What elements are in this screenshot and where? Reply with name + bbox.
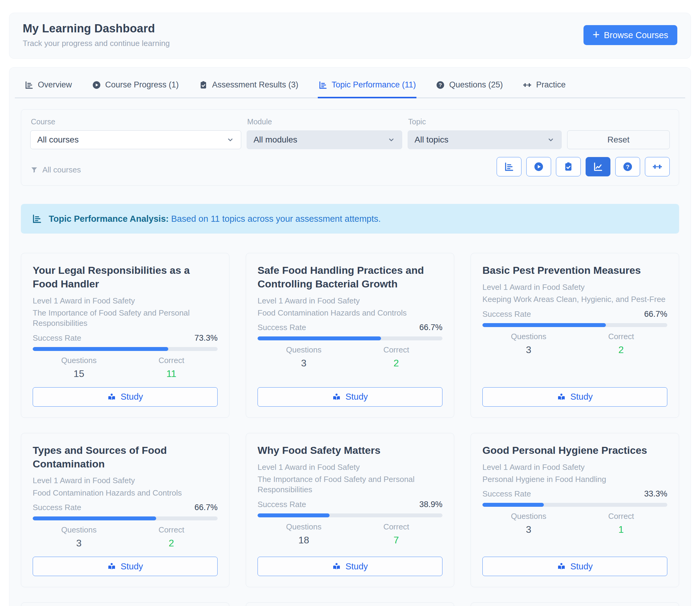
success-rate-value: 33.3% bbox=[644, 489, 667, 498]
topic-card: Your Legal Responsibilities as a Food Ha… bbox=[21, 253, 229, 418]
success-rate-value: 73.3% bbox=[194, 333, 218, 343]
topic-card: Basic Pest Prevention Measures Level 1 A… bbox=[471, 253, 679, 418]
topic-course: Level 1 Award in Food Safety bbox=[33, 296, 218, 306]
question-circle-icon: ? bbox=[623, 162, 633, 172]
book-reader-icon bbox=[557, 392, 566, 401]
module-select[interactable]: All modules bbox=[247, 131, 402, 149]
book-reader-icon bbox=[332, 562, 341, 571]
topic-module: The Importance of Food Safety and Person… bbox=[257, 474, 443, 495]
course-filter-label: Course bbox=[31, 117, 241, 126]
topic-title: Basic Pest Prevention Measures bbox=[482, 263, 667, 277]
browse-courses-button[interactable]: + Browse Courses bbox=[584, 25, 677, 45]
success-rate-progress-fill bbox=[257, 336, 381, 340]
funnel-icon bbox=[30, 166, 38, 174]
browse-courses-label: Browse Courses bbox=[604, 30, 668, 40]
study-button-label: Study bbox=[120, 561, 143, 572]
success-rate-progress-fill bbox=[257, 513, 330, 517]
dashboard-panel: Overview Course Progress (1) Assessment … bbox=[9, 67, 691, 606]
play-circle-icon bbox=[92, 80, 101, 90]
dumbbell-icon bbox=[652, 162, 662, 172]
banner-title: Topic Performance Analysis: bbox=[49, 214, 168, 224]
study-button[interactable]: Study bbox=[482, 387, 667, 406]
module-filter-label: Module bbox=[247, 117, 402, 126]
topic-filter-label: Topic bbox=[408, 117, 562, 126]
tab-assessment-results-3[interactable]: Assessment Results (3) bbox=[198, 80, 299, 98]
correct-label: Correct bbox=[125, 356, 218, 365]
questions-label: Questions bbox=[257, 522, 350, 532]
study-button[interactable]: Study bbox=[33, 387, 218, 406]
bar-chart-icon bbox=[24, 80, 33, 90]
svg-text:?: ? bbox=[439, 82, 442, 88]
correct-label: Correct bbox=[350, 345, 443, 355]
topic-course: Level 1 Award in Food Safety bbox=[482, 462, 667, 472]
topic-title: Safe Food Handling Practices and Control… bbox=[257, 263, 443, 291]
page-subtitle: Track your progress and continue learnin… bbox=[23, 39, 170, 48]
topic-module: Keeping Work Areas Clean, Hygienic, and … bbox=[482, 294, 667, 304]
questions-value: 3 bbox=[257, 357, 350, 369]
view-line-chart-button[interactable] bbox=[586, 157, 610, 177]
success-rate-label: Success Rate bbox=[257, 500, 306, 509]
correct-value: 2 bbox=[575, 344, 668, 355]
topic-module: Food Contamination Hazards and Controls bbox=[33, 488, 218, 498]
tab-topic-performance-11[interactable]: Topic Performance (11) bbox=[318, 80, 417, 98]
chevron-down-icon bbox=[547, 136, 555, 144]
view-dumbbell-button[interactable] bbox=[645, 157, 670, 177]
success-rate-label: Success Rate bbox=[33, 333, 81, 343]
study-button[interactable]: Study bbox=[257, 557, 443, 576]
study-button-label: Study bbox=[345, 392, 368, 402]
view-clipboard-check-button[interactable] bbox=[556, 157, 581, 177]
correct-label: Correct bbox=[350, 522, 443, 532]
correct-value: 11 bbox=[125, 368, 218, 379]
tab-course-progress-1[interactable]: Course Progress (1) bbox=[91, 80, 179, 98]
questions-value: 18 bbox=[257, 535, 350, 546]
active-filter-indicator: All courses bbox=[30, 165, 81, 177]
success-rate-progress-fill bbox=[33, 347, 168, 351]
active-filter-text: All courses bbox=[42, 165, 81, 174]
success-rate-value: 38.9% bbox=[419, 500, 443, 509]
tab-overview[interactable]: Overview bbox=[24, 80, 73, 98]
course-select[interactable]: All courses bbox=[30, 131, 241, 149]
questions-value: 3 bbox=[33, 538, 125, 549]
clipboard-check-icon bbox=[199, 80, 208, 90]
study-button-label: Study bbox=[345, 561, 368, 572]
dashboard-header: My Learning Dashboard Track your progres… bbox=[9, 13, 691, 59]
question-circle-icon: ? bbox=[436, 80, 445, 90]
success-rate-progressbar bbox=[33, 516, 218, 520]
study-button-label: Study bbox=[120, 392, 143, 402]
topic-title: Types and Sources of Food Contamination bbox=[33, 444, 218, 471]
correct-value: 2 bbox=[350, 357, 443, 369]
success-rate-value: 66.7% bbox=[194, 503, 218, 512]
bar-chart-icon bbox=[504, 162, 514, 172]
study-button-label: Study bbox=[570, 392, 592, 402]
tab-practice[interactable]: Practice bbox=[522, 80, 566, 98]
view-question-circle-button[interactable]: ? bbox=[615, 157, 640, 177]
questions-label: Questions bbox=[482, 512, 575, 521]
filter-panel: Course All courses Module All modules To… bbox=[21, 109, 679, 186]
svg-text:?: ? bbox=[626, 164, 630, 170]
study-button-label: Study bbox=[570, 561, 592, 572]
topic-card: Good Personal Hygiene Practices Level 1 … bbox=[471, 433, 679, 587]
study-button[interactable]: Study bbox=[257, 387, 443, 406]
view-button-group: ? bbox=[497, 157, 670, 177]
questions-value: 3 bbox=[482, 524, 575, 535]
success-rate-label: Success Rate bbox=[482, 309, 531, 319]
topic-card: Why Personal Hygiene is Essential Level … bbox=[246, 602, 454, 606]
correct-label: Correct bbox=[575, 512, 668, 521]
success-rate-progressbar bbox=[33, 347, 218, 351]
success-rate-label: Success Rate bbox=[33, 503, 81, 512]
questions-label: Questions bbox=[482, 332, 575, 341]
study-button[interactable]: Study bbox=[33, 557, 218, 576]
reset-filters-button[interactable]: Reset bbox=[567, 131, 670, 149]
view-bar-chart-button[interactable] bbox=[497, 157, 521, 177]
course-select-value: All courses bbox=[37, 135, 79, 145]
success-rate-label: Success Rate bbox=[482, 489, 531, 498]
study-button[interactable]: Study bbox=[482, 557, 667, 576]
questions-label: Questions bbox=[33, 356, 125, 365]
topic-card: Importance of Clean and Pest-Free Work A… bbox=[471, 602, 679, 606]
view-play-circle-button[interactable] bbox=[526, 157, 551, 177]
topic-select[interactable]: All topics bbox=[408, 131, 562, 149]
correct-value: 7 bbox=[350, 535, 443, 546]
success-rate-label: Success Rate bbox=[257, 323, 306, 332]
book-reader-icon bbox=[107, 392, 116, 401]
tab-questions-25[interactable]: ? Questions (25) bbox=[435, 80, 503, 98]
